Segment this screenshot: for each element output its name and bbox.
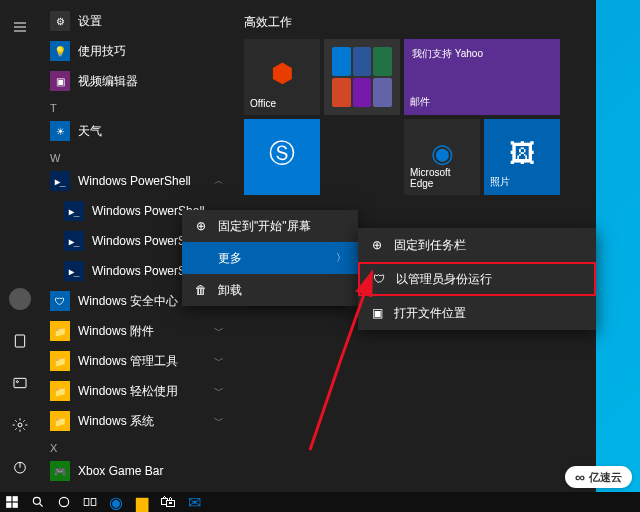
subctx-open-file-location[interactable]: ▣打开文件位置 bbox=[358, 296, 596, 330]
app-label: Windows 系统 bbox=[78, 413, 206, 430]
app-label: 使用技巧 bbox=[78, 43, 224, 60]
app-video-editor[interactable]: ▣视频编辑器 bbox=[40, 66, 232, 96]
user-account-button[interactable] bbox=[0, 282, 40, 316]
ctx-more[interactable]: 更多〉 bbox=[182, 242, 358, 274]
app-weather[interactable]: ☀天气 bbox=[40, 116, 232, 146]
tile-label: Office bbox=[250, 98, 314, 109]
svg-rect-11 bbox=[84, 499, 89, 506]
tile-office-apps[interactable] bbox=[324, 39, 400, 115]
ctx-label: 卸载 bbox=[218, 282, 242, 299]
app-powershell-folder[interactable]: ▸_Windows PowerShell︿ bbox=[40, 166, 232, 196]
app-label: 视频编辑器 bbox=[78, 73, 224, 90]
taskbar-mail[interactable]: ✉ bbox=[186, 494, 202, 510]
folder-icon: 📁 bbox=[50, 321, 70, 341]
edge-icon: ◉ bbox=[431, 138, 454, 169]
ctx-pin-start[interactable]: ⊕固定到"开始"屏幕 bbox=[182, 210, 358, 242]
subctx-pin-taskbar[interactable]: ⊕固定到任务栏 bbox=[358, 228, 596, 262]
pictures-button[interactable] bbox=[0, 366, 40, 400]
tile-skype[interactable]: Ⓢ bbox=[244, 119, 320, 195]
excel-icon bbox=[373, 47, 392, 76]
shield-icon: 🛡 bbox=[372, 272, 386, 286]
tile-grid: ⬢Office 我们支持 Yahoo邮件 Ⓢ ◉Microsoft Edge 🖼… bbox=[244, 39, 584, 195]
app-tips[interactable]: 💡使用技巧 bbox=[40, 36, 232, 66]
folder-icon: 📁 bbox=[50, 381, 70, 401]
ctx-uninstall[interactable]: 🗑卸载 bbox=[182, 274, 358, 306]
app-label: Windows 轻松使用 bbox=[78, 383, 206, 400]
search-button[interactable] bbox=[30, 494, 46, 510]
tile-group-title: 高效工作 bbox=[244, 14, 584, 31]
ctx-label: 以管理员身份运行 bbox=[396, 271, 492, 288]
task-view-button[interactable] bbox=[82, 494, 98, 510]
app-windows-admin-tools[interactable]: 📁Windows 管理工具﹀ bbox=[40, 346, 232, 376]
tile-empty bbox=[324, 119, 400, 195]
ctx-label: 固定到"开始"屏幕 bbox=[218, 218, 311, 235]
svg-point-2 bbox=[16, 381, 18, 383]
tile-office[interactable]: ⬢Office bbox=[244, 39, 320, 115]
documents-button[interactable] bbox=[0, 324, 40, 358]
chevron-up-icon: ︿ bbox=[214, 174, 224, 188]
powershell-icon: ▸_ bbox=[50, 171, 70, 191]
blank-icon bbox=[194, 251, 208, 265]
folder-icon: 📁 bbox=[50, 411, 70, 431]
office-icon: ⬢ bbox=[271, 58, 294, 89]
pin-icon: ⊕ bbox=[370, 238, 384, 252]
section-header-x: X bbox=[40, 436, 232, 456]
tile-label: 照片 bbox=[490, 175, 554, 189]
context-submenu: ⊕固定到任务栏 🛡以管理员身份运行 ▣打开文件位置 bbox=[358, 228, 596, 330]
outlook-icon bbox=[332, 47, 351, 76]
app-windows-system[interactable]: 📁Windows 系统﹀ bbox=[40, 406, 232, 436]
cortana-button[interactable] bbox=[56, 494, 72, 510]
app-windows-ease[interactable]: 📁Windows 轻松使用﹀ bbox=[40, 376, 232, 406]
app-windows-accessories[interactable]: 📁Windows 附件﹀ bbox=[40, 316, 232, 346]
tile-label: Microsoft Edge bbox=[410, 167, 474, 189]
pin-icon: ⊕ bbox=[194, 219, 208, 233]
taskbar-explorer[interactable]: ▆ bbox=[134, 494, 150, 510]
folder-icon: ▣ bbox=[370, 306, 384, 320]
tile-yahoo-mail[interactable]: 我们支持 Yahoo邮件 bbox=[404, 39, 560, 115]
ctx-label: 打开文件位置 bbox=[394, 305, 466, 322]
chevron-right-icon: 〉 bbox=[336, 251, 346, 265]
context-menu: ⊕固定到"开始"屏幕 更多〉 🗑卸载 bbox=[182, 210, 358, 306]
gear-icon: ⚙ bbox=[50, 11, 70, 31]
hamburger-icon[interactable] bbox=[0, 10, 40, 44]
shield-icon: 🛡 bbox=[50, 291, 70, 311]
start-button[interactable] bbox=[4, 494, 20, 510]
tile-sublabel: 邮件 bbox=[410, 95, 554, 109]
app-label: Xbox Game Bar bbox=[78, 464, 224, 478]
chevron-down-icon: ﹀ bbox=[214, 354, 224, 368]
app-label: Windows PowerShell bbox=[78, 174, 206, 188]
app-settings[interactable]: ⚙设置 bbox=[40, 6, 232, 36]
ctx-label: 固定到任务栏 bbox=[394, 237, 466, 254]
taskbar-edge[interactable]: ◉ bbox=[108, 494, 124, 510]
chevron-down-icon: ﹀ bbox=[214, 324, 224, 338]
avatar-icon bbox=[9, 288, 31, 310]
folder-icon: 📁 bbox=[50, 351, 70, 371]
tips-icon: 💡 bbox=[50, 41, 70, 61]
onenote-icon bbox=[353, 78, 372, 107]
photo-icon: 🖼 bbox=[509, 138, 535, 169]
powershell-icon: ▸_ bbox=[64, 261, 84, 281]
trash-icon: 🗑 bbox=[194, 283, 208, 297]
powershell-icon: ▸_ bbox=[64, 231, 84, 251]
xbox-icon: 🎮 bbox=[50, 461, 70, 481]
settings-button[interactable] bbox=[0, 408, 40, 442]
svg-rect-6 bbox=[13, 496, 18, 501]
app-xbox-game-bar[interactable]: 🎮Xbox Game Bar bbox=[40, 456, 232, 486]
taskbar-store[interactable]: 🛍 bbox=[160, 494, 176, 510]
svg-point-10 bbox=[59, 497, 68, 506]
svg-rect-1 bbox=[14, 378, 26, 387]
app-label: Windows 管理工具 bbox=[78, 353, 206, 370]
tile-edge[interactable]: ◉Microsoft Edge bbox=[404, 119, 480, 195]
video-icon: ▣ bbox=[50, 71, 70, 91]
subctx-run-as-admin[interactable]: 🛡以管理员身份运行 bbox=[358, 262, 596, 296]
powerpoint-icon bbox=[332, 78, 351, 107]
teams-icon bbox=[373, 78, 392, 107]
svg-point-9 bbox=[33, 497, 40, 504]
power-button[interactable] bbox=[0, 450, 40, 484]
weather-icon: ☀ bbox=[50, 121, 70, 141]
app-label: 天气 bbox=[78, 123, 224, 140]
app-label: 设置 bbox=[78, 13, 224, 30]
tile-photos[interactable]: 🖼照片 bbox=[484, 119, 560, 195]
powershell-icon: ▸_ bbox=[64, 201, 84, 221]
skype-icon: Ⓢ bbox=[269, 136, 295, 171]
